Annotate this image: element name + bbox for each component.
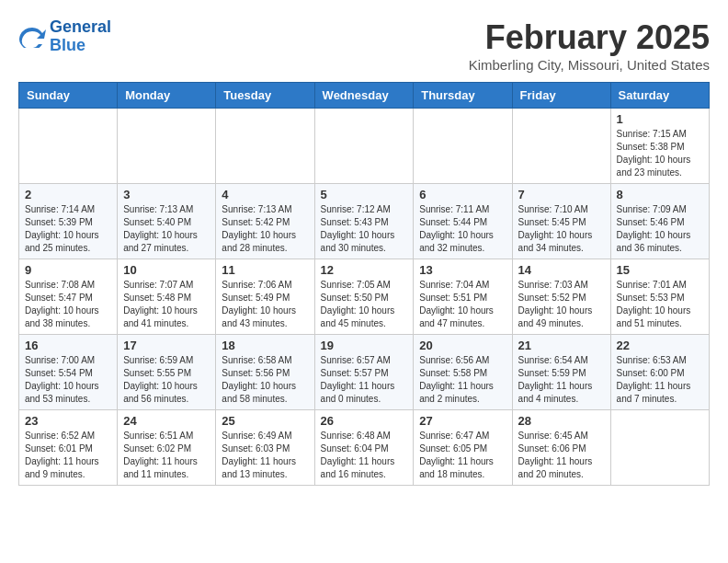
day-number: 18: [222, 339, 308, 352]
calendar-cell: [216, 109, 314, 184]
day-number: 13: [419, 263, 506, 277]
day-info: Sunrise: 6:49 AM Sunset: 6:03 PM Dayligh…: [222, 430, 308, 481]
day-number: 1: [617, 112, 703, 126]
day-number: 17: [123, 339, 210, 352]
day-number: 6: [419, 188, 506, 201]
calendar-cell: 15Sunrise: 7:01 AM Sunset: 5:53 PM Dayli…: [610, 259, 709, 335]
day-number: 16: [25, 339, 111, 352]
calendar-cell: 6Sunrise: 7:11 AM Sunset: 5:44 PM Daylig…: [414, 184, 512, 259]
day-info: Sunrise: 7:00 AM Sunset: 5:54 PM Dayligh…: [25, 354, 111, 406]
day-number: 25: [222, 414, 308, 428]
day-info: Sunrise: 7:15 AM Sunset: 5:38 PM Dayligh…: [617, 128, 703, 179]
day-info: Sunrise: 7:04 AM Sunset: 5:51 PM Dayligh…: [419, 279, 506, 330]
calendar-cell: 10Sunrise: 7:07 AM Sunset: 5:48 PM Dayli…: [118, 259, 216, 335]
day-number: 23: [25, 414, 111, 428]
day-number: 21: [518, 339, 605, 352]
calendar-cell: 26Sunrise: 6:48 AM Sunset: 6:04 PM Dayli…: [314, 410, 414, 486]
day-number: 28: [518, 414, 605, 428]
weekday-header-tuesday: Tuesday: [216, 83, 314, 109]
weekday-header-thursday: Thursday: [414, 83, 512, 109]
day-number: 9: [25, 263, 111, 277]
day-number: 5: [321, 188, 408, 201]
day-number: 2: [25, 188, 111, 201]
day-info: Sunrise: 7:11 AM Sunset: 5:44 PM Dayligh…: [419, 203, 506, 255]
calendar-cell: [118, 109, 216, 184]
day-info: Sunrise: 7:13 AM Sunset: 5:40 PM Dayligh…: [123, 203, 210, 255]
title-block: February 2025 Kimberling City, Missouri,…: [469, 18, 710, 73]
calendar-cell: 28Sunrise: 6:45 AM Sunset: 6:06 PM Dayli…: [512, 410, 610, 486]
calendar-cell: 20Sunrise: 6:56 AM Sunset: 5:58 PM Dayli…: [414, 335, 512, 410]
page-header: General Blue February 2025 Kimberling Ci…: [18, 18, 710, 73]
day-info: Sunrise: 6:45 AM Sunset: 6:06 PM Dayligh…: [518, 430, 605, 481]
calendar-cell: 22Sunrise: 6:53 AM Sunset: 6:00 PM Dayli…: [610, 335, 709, 410]
calendar-cell: [314, 109, 414, 184]
calendar-cell: [414, 109, 512, 184]
day-info: Sunrise: 6:47 AM Sunset: 6:05 PM Dayligh…: [419, 430, 506, 481]
calendar-cell: 13Sunrise: 7:04 AM Sunset: 5:51 PM Dayli…: [414, 259, 512, 335]
calendar-cell: [610, 410, 709, 486]
day-number: 8: [617, 188, 703, 201]
day-number: 11: [222, 263, 308, 277]
week-row-4: 16Sunrise: 7:00 AM Sunset: 5:54 PM Dayli…: [19, 335, 710, 410]
calendar-cell: 17Sunrise: 6:59 AM Sunset: 5:55 PM Dayli…: [118, 335, 216, 410]
week-row-3: 9Sunrise: 7:08 AM Sunset: 5:47 PM Daylig…: [19, 259, 710, 335]
logo-text: General Blue: [50, 18, 111, 55]
day-number: 20: [419, 339, 506, 352]
day-info: Sunrise: 7:05 AM Sunset: 5:50 PM Dayligh…: [321, 279, 408, 330]
weekday-header-wednesday: Wednesday: [314, 83, 414, 109]
day-info: Sunrise: 6:59 AM Sunset: 5:55 PM Dayligh…: [123, 354, 210, 406]
day-number: 3: [123, 188, 210, 201]
calendar-table: SundayMondayTuesdayWednesdayThursdayFrid…: [18, 82, 710, 486]
weekday-header-sunday: Sunday: [19, 83, 118, 109]
calendar-cell: 21Sunrise: 6:54 AM Sunset: 5:59 PM Dayli…: [512, 335, 610, 410]
calendar-cell: 16Sunrise: 7:00 AM Sunset: 5:54 PM Dayli…: [19, 335, 118, 410]
day-info: Sunrise: 7:01 AM Sunset: 5:53 PM Dayligh…: [617, 279, 703, 330]
day-number: 24: [123, 414, 210, 428]
day-info: Sunrise: 6:56 AM Sunset: 5:58 PM Dayligh…: [419, 354, 506, 406]
day-info: Sunrise: 6:52 AM Sunset: 6:01 PM Dayligh…: [25, 430, 111, 481]
day-number: 4: [222, 188, 308, 201]
week-row-5: 23Sunrise: 6:52 AM Sunset: 6:01 PM Dayli…: [19, 410, 710, 486]
day-info: Sunrise: 7:14 AM Sunset: 5:39 PM Dayligh…: [25, 203, 111, 255]
day-info: Sunrise: 6:57 AM Sunset: 5:57 PM Dayligh…: [321, 354, 408, 406]
day-info: Sunrise: 6:53 AM Sunset: 6:00 PM Dayligh…: [617, 354, 703, 406]
calendar-subtitle: Kimberling City, Missouri, United States: [469, 57, 710, 73]
day-info: Sunrise: 7:12 AM Sunset: 5:43 PM Dayligh…: [321, 203, 408, 255]
calendar-cell: 23Sunrise: 6:52 AM Sunset: 6:01 PM Dayli…: [19, 410, 118, 486]
calendar-cell: 8Sunrise: 7:09 AM Sunset: 5:46 PM Daylig…: [610, 184, 709, 259]
calendar-cell: 24Sunrise: 6:51 AM Sunset: 6:02 PM Dayli…: [118, 410, 216, 486]
day-info: Sunrise: 7:10 AM Sunset: 5:45 PM Dayligh…: [518, 203, 605, 255]
day-info: Sunrise: 6:54 AM Sunset: 5:59 PM Dayligh…: [518, 354, 605, 406]
calendar-cell: 19Sunrise: 6:57 AM Sunset: 5:57 PM Dayli…: [314, 335, 414, 410]
day-info: Sunrise: 7:06 AM Sunset: 5:49 PM Dayligh…: [222, 279, 308, 330]
calendar-cell: 14Sunrise: 7:03 AM Sunset: 5:52 PM Dayli…: [512, 259, 610, 335]
logo: General Blue: [18, 18, 111, 55]
day-info: Sunrise: 6:51 AM Sunset: 6:02 PM Dayligh…: [123, 430, 210, 481]
day-info: Sunrise: 7:07 AM Sunset: 5:48 PM Dayligh…: [123, 279, 210, 330]
day-number: 10: [123, 263, 210, 277]
day-number: 19: [321, 339, 408, 352]
calendar-cell: 12Sunrise: 7:05 AM Sunset: 5:50 PM Dayli…: [314, 259, 414, 335]
calendar-cell: 18Sunrise: 6:58 AM Sunset: 5:56 PM Dayli…: [216, 335, 314, 410]
day-info: Sunrise: 7:13 AM Sunset: 5:42 PM Dayligh…: [222, 203, 308, 255]
calendar-title: February 2025: [469, 18, 710, 57]
day-number: 15: [617, 263, 703, 277]
calendar-cell: 11Sunrise: 7:06 AM Sunset: 5:49 PM Dayli…: [216, 259, 314, 335]
calendar-cell: 25Sunrise: 6:49 AM Sunset: 6:03 PM Dayli…: [216, 410, 314, 486]
day-info: Sunrise: 7:03 AM Sunset: 5:52 PM Dayligh…: [518, 279, 605, 330]
day-number: 26: [321, 414, 408, 428]
calendar-cell: 7Sunrise: 7:10 AM Sunset: 5:45 PM Daylig…: [512, 184, 610, 259]
calendar-cell: 5Sunrise: 7:12 AM Sunset: 5:43 PM Daylig…: [314, 184, 414, 259]
day-info: Sunrise: 6:58 AM Sunset: 5:56 PM Dayligh…: [222, 354, 308, 406]
day-info: Sunrise: 7:08 AM Sunset: 5:47 PM Dayligh…: [25, 279, 111, 330]
weekday-header-saturday: Saturday: [610, 83, 709, 109]
calendar-cell: [512, 109, 610, 184]
week-row-2: 2Sunrise: 7:14 AM Sunset: 5:39 PM Daylig…: [19, 184, 710, 259]
day-number: 14: [518, 263, 605, 277]
calendar-cell: 4Sunrise: 7:13 AM Sunset: 5:42 PM Daylig…: [216, 184, 314, 259]
weekday-header-friday: Friday: [512, 83, 610, 109]
calendar-cell: 9Sunrise: 7:08 AM Sunset: 5:47 PM Daylig…: [19, 259, 118, 335]
day-info: Sunrise: 7:09 AM Sunset: 5:46 PM Dayligh…: [617, 203, 703, 255]
calendar-cell: 3Sunrise: 7:13 AM Sunset: 5:40 PM Daylig…: [118, 184, 216, 259]
calendar-cell: [19, 109, 118, 184]
